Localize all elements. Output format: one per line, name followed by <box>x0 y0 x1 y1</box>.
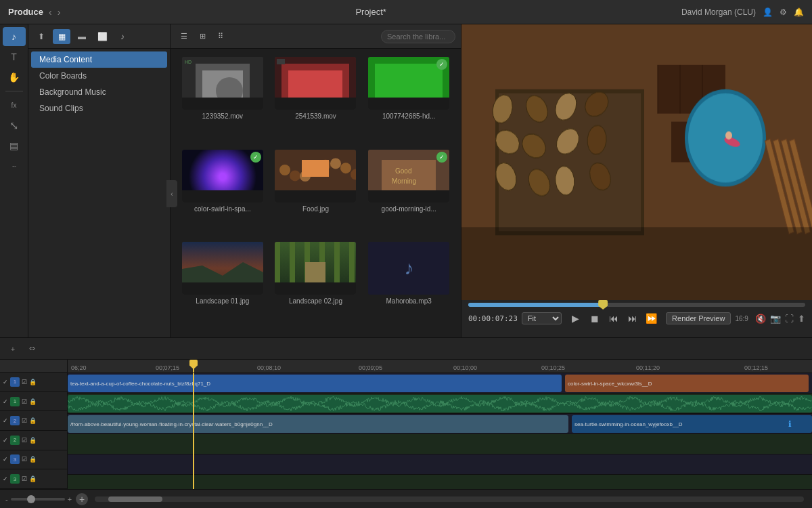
sidebar-icon-more[interactable]: ··· <box>3 156 26 175</box>
nav-back[interactable]: ‹ <box>49 7 52 18</box>
media-label-1239352: 1239352.mov <box>202 112 244 120</box>
preview-controls: 00:00:07:23 Fit 50% 100% ▶ ◼ ⏮ ⏭ ⏩ Rende… <box>461 300 812 337</box>
left-sidebar: ♪ T ✋ fx ⤡ ▤ ··· <box>0 24 28 337</box>
zoom-in-icon[interactable]: + <box>68 495 72 503</box>
track-lock-icon3[interactable]: 🔒 <box>29 417 37 424</box>
clip-label: /from-above-beautiful-young-woman-floati… <box>70 421 273 427</box>
track-check-icon5[interactable]: ✓ <box>3 456 8 463</box>
sidebar-icon-fx[interactable]: fx <box>3 96 26 114</box>
track-lock-icon4[interactable]: 🔒 <box>29 437 37 444</box>
sidebar-icon-hand[interactable]: ✋ <box>3 68 26 87</box>
nav-forward[interactable]: › <box>58 7 61 18</box>
user-icon: 👤 <box>763 7 773 17</box>
media-item[interactable]: 2541539.mov <box>269 54 363 147</box>
track-lock-icon[interactable]: 🔒 <box>29 379 37 385</box>
zoom-out-icon[interactable]: - <box>5 495 8 503</box>
timeline-clip[interactable]: sea-turtle-swimming-in-ocean_wyjefooxb__… <box>572 415 812 433</box>
sidebar-icon-music[interactable]: ♪ <box>3 27 26 46</box>
media-item[interactable]: Landscape 02.jpg <box>269 239 363 332</box>
track-visibility-icon[interactable]: ☑ <box>22 379 27 385</box>
track-check-icon[interactable]: ✓ <box>3 379 8 385</box>
sidebar-icon-layers[interactable]: ▤ <box>3 136 26 155</box>
view-grid2-btn[interactable]: ⊞ <box>194 29 210 44</box>
play-btn[interactable]: ▶ <box>568 311 583 326</box>
sidebar-item-sound-clips[interactable]: Sound Clips <box>31 100 167 117</box>
media-label-landscape01: Landscape 01.jpg <box>196 297 249 305</box>
stop-btn[interactable]: ◼ <box>587 311 602 326</box>
media-item[interactable]: ✓ good-morning-id... <box>362 147 455 240</box>
track-check-icon2[interactable]: ✓ <box>3 398 8 405</box>
track-check-icon3[interactable]: ✓ <box>3 417 8 424</box>
track-lock-icon5[interactable]: 🔒 <box>29 456 37 463</box>
fast-fwd-btn[interactable]: ⏩ <box>644 311 659 326</box>
toolbar-layout-btn[interactable]: ▬ <box>73 29 91 44</box>
fullscreen-icon[interactable]: ⛶ <box>785 314 794 324</box>
settings-icon[interactable]: ⚙ <box>780 7 787 17</box>
timeline-track-3v <box>68 454 812 475</box>
track-visibility-icon4[interactable]: ☑ <box>22 437 27 444</box>
mute-icon[interactable]: 🔇 <box>755 314 766 324</box>
media-item[interactable]: 1239352.mov <box>176 54 269 147</box>
add-track-btn[interactable]: + <box>76 493 88 505</box>
timecode-display: 00:00:07:23 <box>468 314 518 323</box>
toolbar-music-btn[interactable]: ♪ <box>114 29 131 44</box>
render-preview-btn[interactable]: Render Preview <box>666 312 731 324</box>
timeline-magnet-btn[interactable]: ⇔ <box>24 341 39 356</box>
content-toolbar: ⬆ ▦ ▬ ⬜ ♪ <box>28 24 170 49</box>
media-thumb-landscape01 <box>182 242 263 295</box>
app-name: Produce <box>8 7 43 17</box>
preview-progress-bar[interactable] <box>468 303 805 307</box>
track-label-2a: ✓ 2 ☑ 🔒 <box>0 431 67 450</box>
snapshot-icon[interactable]: 📷 <box>770 314 781 324</box>
collapse-panel-btn[interactable]: ‹ <box>166 180 177 207</box>
track-visibility-icon5[interactable]: ☑ <box>22 456 27 463</box>
media-search-input[interactable] <box>381 30 455 43</box>
sidebar-icon-text[interactable]: T <box>3 47 26 66</box>
sidebar-item-background-music[interactable]: Background Music <box>31 84 167 100</box>
sidebar-item-media-content[interactable]: Media Content <box>31 51 167 68</box>
zoom-slider[interactable] <box>11 498 65 501</box>
toolbar-photo-btn[interactable]: ⬜ <box>93 29 111 44</box>
timeline-clip[interactable]: /from-above-beautiful-young-woman-floati… <box>68 415 568 433</box>
media-label-food: Food.jpg <box>302 205 329 213</box>
track-check-icon4[interactable]: ✓ <box>3 437 8 444</box>
toolbar-media-btn[interactable]: ▦ <box>53 29 70 44</box>
timeline-area: + ⇔ ✓ 1 ☑ 🔒 ✓ 1 ☑ 🔒 ✓ 2 <box>0 337 812 508</box>
ruler-mark-1025: 00;10;25 <box>541 364 565 371</box>
media-item[interactable]: ✓ color-swirl-in-spa... <box>176 147 269 240</box>
sidebar-icon-transform[interactable]: ⤡ <box>3 116 26 135</box>
skip-fwd-btn[interactable]: ⏭ <box>625 311 640 326</box>
track-visibility-icon3[interactable]: ☑ <box>22 417 27 424</box>
view-list-btn[interactable]: ☰ <box>176 29 192 44</box>
toolbar-export-btn[interactable]: ⬆ <box>32 29 50 44</box>
view-grid3-btn[interactable]: ⠿ <box>212 29 229 44</box>
notification-icon[interactable]: 🔔 <box>794 7 804 17</box>
horizontal-scrollbar[interactable] <box>95 496 804 502</box>
media-item[interactable]: Food.jpg <box>269 147 363 240</box>
timeline-clip[interactable]: color-swirl-in-space_wkcxwr3ls__D <box>565 375 809 392</box>
media-item[interactable]: ✓ 1007742685-hd... <box>362 54 455 147</box>
track-lock-icon6[interactable]: 🔒 <box>29 475 37 482</box>
media-item[interactable]: Landscape 01.jpg <box>176 239 269 332</box>
track-visibility-icon6[interactable]: ☑ <box>22 475 27 482</box>
timeline-clip[interactable] <box>68 395 812 412</box>
media-label-landscape02: Landscape 02.jpg <box>289 297 342 305</box>
timeline-bottom: - + + <box>0 489 812 508</box>
timeline-clip[interactable]: tea-text-and-a-cup-of-coffee-chocolate-n… <box>68 375 562 392</box>
skip-back-btn[interactable]: ⏮ <box>606 311 621 326</box>
media-thumb-food <box>275 150 356 203</box>
sidebar-item-color-boards[interactable]: Color Boards <box>31 68 167 84</box>
export-icon[interactable]: ⬆ <box>798 314 805 324</box>
sidebar-divider <box>5 91 23 91</box>
preview-left-controls: 00:00:07:23 Fit 50% 100% <box>468 312 562 324</box>
preview-playhead <box>598 300 608 310</box>
timeline-add-btn[interactable]: + <box>5 341 20 356</box>
track-lock-icon2[interactable]: 🔒 <box>29 398 37 405</box>
track-label-1v: ✓ 1 ☑ 🔒 <box>0 373 67 392</box>
fit-dropdown[interactable]: Fit 50% 100% <box>522 312 562 324</box>
track-check-icon6[interactable]: ✓ <box>3 475 8 482</box>
track-visibility-icon2[interactable]: ☑ <box>22 398 27 405</box>
top-bar-right: David Morgan (CLU) 👤 ⚙ 🔔 <box>681 7 804 17</box>
ruler-mark-1120: 00;11;20 <box>636 364 660 371</box>
media-item[interactable]: ♪ Mahoroba.mp3 <box>362 239 455 332</box>
